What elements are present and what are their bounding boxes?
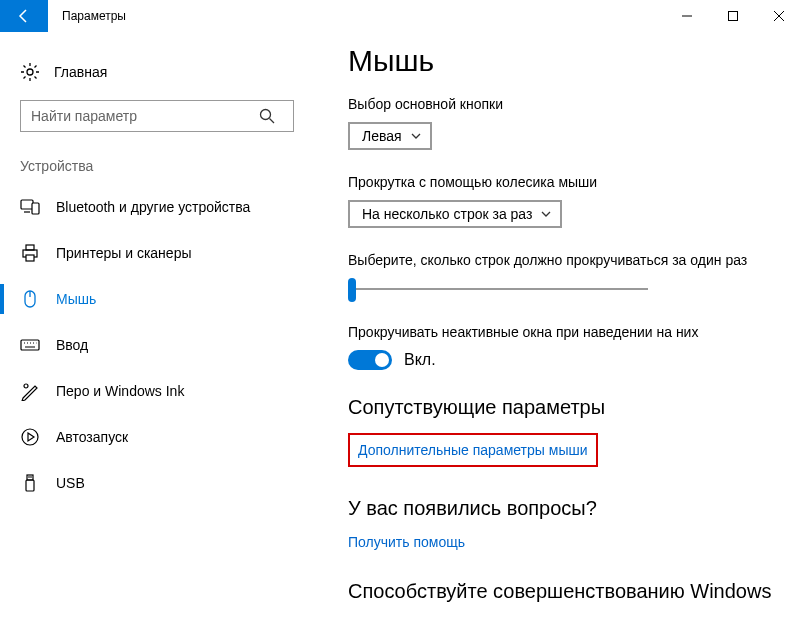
svg-rect-7	[26, 255, 34, 261]
minimize-icon	[682, 11, 692, 21]
search-container	[20, 100, 300, 132]
sidebar-item-pen[interactable]: Перо и Windows Ink	[0, 368, 300, 414]
page-title: Мышь	[348, 44, 792, 78]
help-header: У вас появились вопросы?	[348, 497, 792, 520]
svg-rect-4	[32, 203, 39, 214]
highlighted-link-box: Дополнительные параметры мыши	[348, 433, 598, 467]
lines-slider[interactable]	[348, 278, 648, 302]
sidebar-item-label: Ввод	[56, 337, 88, 353]
nav-home[interactable]: Главная	[20, 62, 300, 82]
primary-button-value: Левая	[362, 128, 402, 144]
pen-icon	[20, 381, 40, 401]
scroll-mode-select[interactable]: На несколько строк за раз	[348, 200, 562, 228]
slider-thumb[interactable]	[348, 278, 356, 302]
additional-mouse-params-link[interactable]: Дополнительные параметры мыши	[358, 442, 588, 458]
sidebar-item-label: Принтеры и сканеры	[56, 245, 191, 261]
sidebar-group-header: Устройства	[20, 158, 300, 174]
chevron-down-icon	[540, 208, 552, 220]
get-help-link[interactable]: Получить помощь	[348, 534, 792, 550]
slider-track	[348, 288, 648, 290]
close-button[interactable]	[756, 0, 802, 32]
close-icon	[774, 11, 784, 21]
svg-rect-12	[27, 475, 33, 480]
svg-rect-0	[729, 12, 738, 21]
svg-point-2	[261, 110, 271, 120]
main-panel: Мышь Выбор основной кнопки Левая Прокрут…	[320, 32, 802, 633]
search-icon	[258, 107, 276, 125]
search-input[interactable]	[20, 100, 294, 132]
keyboard-icon	[20, 335, 40, 355]
nav-home-label: Главная	[54, 64, 107, 80]
related-settings-header: Сопутствующие параметры	[348, 396, 792, 419]
scroll-mode-label: Прокрутка с помощью колесика мыши	[348, 174, 792, 190]
scroll-mode-value: На несколько строк за раз	[362, 206, 532, 222]
devices-icon	[20, 197, 40, 217]
improve-windows-header: Способствуйте совершенствованию Windows	[348, 580, 792, 603]
lines-scroll-label: Выберите, сколько строк должно прокручив…	[348, 252, 792, 268]
primary-button-select[interactable]: Левая	[348, 122, 432, 150]
autoplay-icon	[20, 427, 40, 447]
sidebar-item-mouse[interactable]: Мышь	[0, 276, 300, 322]
maximize-button[interactable]	[710, 0, 756, 32]
primary-button-label: Выбор основной кнопки	[348, 96, 792, 112]
sidebar: Главная Устройства Bluetooth и другие ус…	[0, 32, 320, 633]
toggle-state-text: Вкл.	[404, 351, 436, 369]
svg-point-1	[27, 69, 33, 75]
svg-rect-9	[21, 340, 39, 350]
sidebar-item-label: USB	[56, 475, 85, 491]
usb-icon	[20, 473, 40, 493]
window-title: Параметры	[48, 0, 664, 32]
inactive-scroll-label: Прокручивать неактивные окна при наведен…	[348, 324, 792, 340]
printer-icon	[20, 243, 40, 263]
gear-icon	[20, 62, 40, 82]
svg-rect-3	[21, 200, 33, 209]
sidebar-item-label: Автозапуск	[56, 429, 128, 445]
sidebar-item-label: Мышь	[56, 291, 96, 307]
sidebar-item-printers[interactable]: Принтеры и сканеры	[0, 230, 300, 276]
arrow-left-icon	[16, 8, 32, 24]
maximize-icon	[728, 11, 738, 21]
sidebar-item-usb[interactable]: USB	[0, 460, 300, 506]
svg-rect-6	[26, 245, 34, 250]
minimize-button[interactable]	[664, 0, 710, 32]
mouse-icon	[20, 289, 40, 309]
svg-point-10	[24, 384, 28, 388]
svg-point-11	[22, 429, 38, 445]
sidebar-item-bluetooth[interactable]: Bluetooth и другие устройства	[0, 184, 300, 230]
svg-rect-13	[26, 480, 34, 491]
sidebar-item-typing[interactable]: Ввод	[0, 322, 300, 368]
back-button[interactable]	[0, 0, 48, 32]
chevron-down-icon	[410, 130, 422, 142]
sidebar-item-label: Bluetooth и другие устройства	[56, 199, 250, 215]
inactive-scroll-toggle[interactable]	[348, 350, 392, 370]
sidebar-item-label: Перо и Windows Ink	[56, 383, 184, 399]
sidebar-item-autoplay[interactable]: Автозапуск	[0, 414, 300, 460]
